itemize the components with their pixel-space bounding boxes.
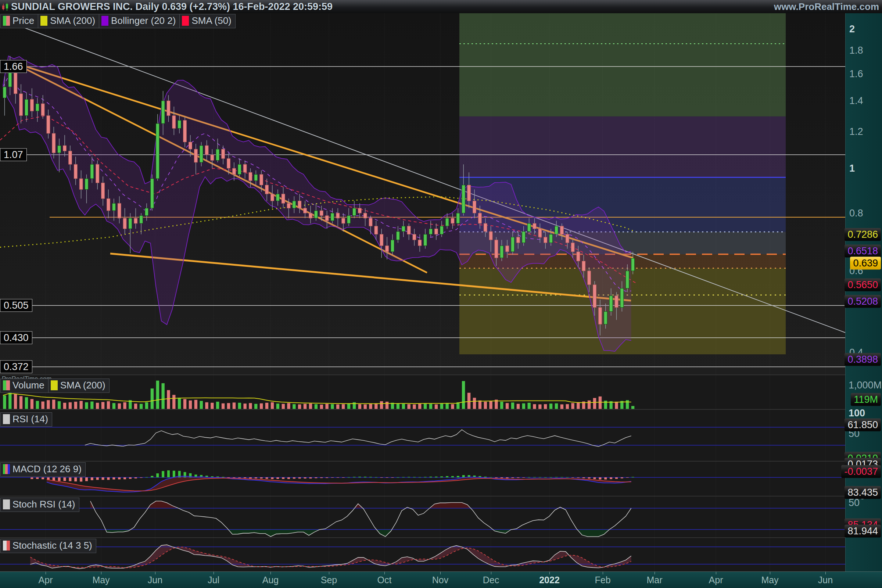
price-axis-value-box: 0.5208 (844, 295, 881, 308)
x-axis-tick (716, 572, 716, 574)
price-icon (3, 16, 10, 26)
x-axis-month-label: May (761, 575, 778, 585)
projection-zone (459, 13, 786, 117)
y-axis-tick: 1 (849, 163, 855, 174)
x-axis-month-label: Apr (709, 575, 723, 585)
x-axis-tick (654, 572, 655, 574)
stochastic-icon (3, 541, 10, 550)
legend-rsi[interactable]: RSI (14) (0, 412, 52, 427)
x-axis-month-label: Mar (646, 575, 662, 585)
bollinger-icon (101, 16, 108, 26)
x-axis-tick (329, 572, 329, 574)
x-axis-month-label: Sep (321, 575, 337, 585)
price-axis-value-box: 0.6518 (844, 245, 881, 258)
legend-volume-sma[interactable]: SMA (200) (48, 378, 110, 393)
y-axis-tick: 1.2 (849, 126, 863, 138)
x-axis-tick (603, 572, 603, 574)
stochastic-legend-row: Stochastic (14 3 5) (1, 539, 96, 553)
left-price-label: 1.66 (0, 60, 27, 73)
x-axis-tick (770, 572, 770, 574)
x-axis-month-label: Jun (818, 575, 833, 585)
volume-tick: 1,000M (849, 380, 882, 391)
x-axis-tick (384, 572, 385, 574)
legend-stochastic-label: Stochastic (14 3 5) (12, 540, 92, 551)
rsi-icon (3, 414, 10, 424)
prorealtime-link: www.ProRealTime.com (774, 1, 879, 12)
x-axis-month-label: Aug (262, 575, 279, 585)
legend-bollinger-label: Bollinger (20 2) (111, 15, 176, 27)
x-axis-month-label: Jun (148, 575, 162, 585)
price-axis-value-box: 0.7286 (844, 228, 881, 241)
macd-value-box: -0.0037 (841, 465, 881, 478)
price-axis-value-box: 0.5650 (844, 279, 881, 291)
legend-volume[interactable]: Volume (0, 378, 48, 393)
left-price-label: 0.372 (0, 360, 32, 374)
price-axis-value-box: 0.3898 (844, 353, 881, 366)
x-axis-tick (491, 572, 491, 574)
legend-sma200-label: SMA (200) (50, 15, 95, 27)
projection-zone (459, 117, 786, 177)
y-axis-tick: 2 (849, 24, 855, 35)
volume-sma-icon (51, 380, 58, 390)
x-axis-tick (155, 572, 156, 574)
legend-macd[interactable]: MACD (12 26 9) (0, 462, 86, 477)
trading-app-window: SUNDIAL GROWERS INC. Daily 0.639 (+2.73%… (0, 0, 882, 588)
x-axis-tick (270, 572, 271, 574)
legend-stochrsi[interactable]: Stoch RSI (14) (0, 498, 80, 512)
stochrsi-icon (3, 500, 10, 509)
legend-sma200[interactable]: SMA (200) (38, 14, 99, 28)
x-axis-month-label: Dec (483, 575, 499, 585)
left-price-label: 1.07 (0, 148, 27, 161)
legend-sma50-label: SMA (50) (192, 15, 231, 27)
legend-price[interactable]: Price (0, 14, 38, 28)
x-axis-month-label: Jul (208, 575, 219, 585)
x-axis-tick (825, 572, 826, 574)
y-axis-tick: 1.4 (849, 95, 863, 106)
x-axis-tick (440, 572, 441, 574)
left-price-label: 0.430 (0, 332, 32, 344)
rsi-legend-row: RSI (14) (1, 412, 52, 427)
time-axis[interactable]: AprMayJunJulAugSepOctNovDec2022FebMarApr… (0, 572, 882, 588)
legend-stochastic[interactable]: Stochastic (14 3 5) (0, 539, 96, 553)
legend-stochrsi-label: Stoch RSI (14) (12, 499, 75, 510)
y-axis-tick: 0.8 (849, 207, 863, 219)
y-axis-tick: 1.6 (849, 68, 863, 80)
rsi-value-box: 61.850 (844, 418, 881, 432)
x-axis-month-label: Feb (595, 575, 610, 585)
price-axis[interactable]: 21.81.61.41.210.80.60.41,000M10050100500… (845, 13, 882, 572)
macd-icon (3, 464, 10, 474)
x-axis-month-label: Nov (432, 575, 448, 585)
y-axis-tick: 1.8 (849, 45, 863, 56)
legend-price-label: Price (12, 15, 34, 27)
stochastic-value-box: 81.944 (844, 525, 881, 538)
x-axis-tick (213, 572, 214, 574)
x-axis-month-label: Oct (377, 575, 392, 585)
price-axis-value-box: 0.639 (850, 257, 881, 270)
legend-volume-label: Volume (12, 380, 45, 391)
title-bar: SUNDIAL GROWERS INC. Daily 0.639 (+2.73%… (0, 0, 882, 13)
legend-sma50[interactable]: SMA (50) (179, 14, 235, 28)
stochrsi-value-box: 83.435 (844, 486, 881, 499)
legend-rsi-label: RSI (14) (12, 413, 48, 425)
legend-macd-label: MACD (12 26 9) (12, 464, 82, 475)
price-legend-row: Price SMA (200) Bollinger (20 2) SMA (50… (1, 14, 236, 28)
legend-bollinger[interactable]: Bollinger (20 2) (99, 14, 180, 28)
candlestick-logo-icon (2, 3, 9, 11)
volume-value-box: 119M (851, 393, 881, 406)
sma200-icon (40, 16, 47, 26)
chart-plot-area[interactable] (0, 0, 845, 588)
x-axis-month-label: 2022 (539, 575, 560, 585)
x-axis-month-label: May (92, 575, 110, 585)
volume-legend-row: Volume SMA (200) (1, 378, 110, 393)
legend-volume-sma-label: SMA (200) (60, 380, 105, 391)
sma50-icon (182, 16, 189, 26)
left-price-label: 0.505 (0, 299, 32, 312)
x-axis-tick (549, 572, 550, 574)
x-axis-month-label: Apr (39, 575, 53, 585)
stochrsi-legend-row: Stoch RSI (14) (1, 498, 80, 512)
chart-title: SUNDIAL GROWERS INC. Daily 0.639 (+2.73%… (11, 1, 333, 12)
volume-icon (3, 380, 10, 390)
macd-legend-row: MACD (12 26 9) (1, 462, 86, 477)
rsi-tick: 100 (849, 408, 865, 419)
